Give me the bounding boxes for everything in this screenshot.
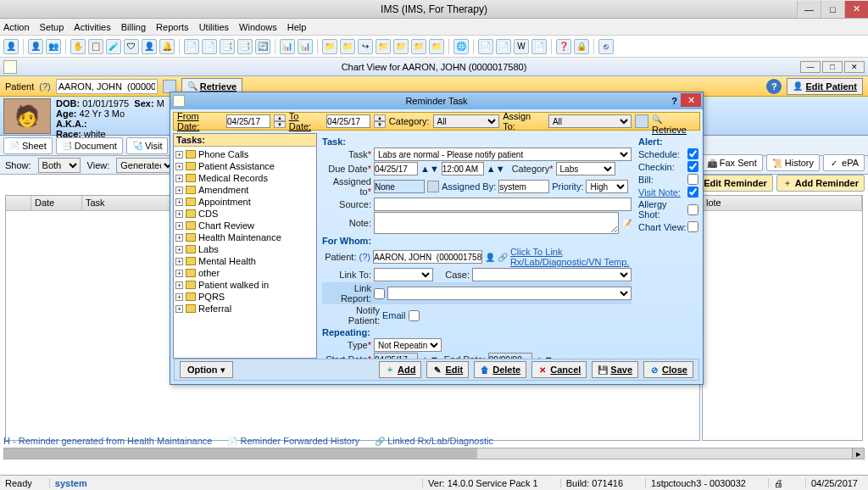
expand-icon[interactable]: +: [175, 222, 183, 230]
from-date-spinner[interactable]: ▲▼: [274, 114, 286, 128]
edit-button[interactable]: ✎Edit: [426, 361, 469, 378]
patient-input[interactable]: [56, 79, 158, 94]
case-select[interactable]: [472, 268, 632, 281]
menu-setup[interactable]: Setup: [40, 22, 64, 32]
tree-item[interactable]: +Referral: [175, 303, 314, 315]
tab-fax-sent[interactable]: 📠Fax Sent: [701, 154, 763, 171]
toolbar-icon[interactable]: 🔒: [574, 39, 589, 54]
note-input[interactable]: [374, 212, 619, 234]
alert-bill-check[interactable]: [687, 174, 698, 185]
email-check[interactable]: [409, 310, 420, 321]
alert-schedule-check[interactable]: [687, 148, 698, 159]
add-button[interactable]: ＋Add: [379, 361, 421, 378]
subwin-close[interactable]: ✕: [844, 61, 865, 73]
save-button[interactable]: 💾Save: [592, 361, 638, 378]
toolbar-icon[interactable]: 👤: [28, 39, 43, 54]
menu-activities[interactable]: Activities: [74, 22, 110, 32]
link-report-select[interactable]: [387, 287, 632, 300]
toolbar-icon[interactable]: 🧪: [106, 39, 121, 54]
toolbar-icon[interactable]: 📑: [237, 39, 253, 54]
task-tree[interactable]: +Phone Calls+Patient Assistance+Medical …: [174, 147, 316, 358]
minimize-button[interactable]: —: [797, 1, 821, 18]
link-report-check[interactable]: [374, 288, 385, 299]
fw-patient-input[interactable]: [373, 250, 482, 264]
tree-item[interactable]: +Amendment: [175, 184, 314, 196]
toolbar-icon[interactable]: 📄: [478, 39, 493, 54]
delete-button[interactable]: 🗑Delete: [474, 361, 526, 378]
toolbar-icon[interactable]: 📋: [88, 39, 103, 54]
tree-item[interactable]: +CDS: [175, 208, 314, 220]
expand-icon[interactable]: +: [175, 270, 183, 277]
alert-checkin-check[interactable]: [687, 161, 698, 172]
due-date-input[interactable]: [374, 162, 418, 175]
toolbar-icon[interactable]: 📁: [340, 39, 355, 54]
view-select[interactable]: Generated: [116, 158, 175, 173]
assigned-input[interactable]: [374, 180, 425, 193]
toolbar-icon[interactable]: 📁: [429, 39, 444, 54]
menu-help[interactable]: Help: [287, 22, 307, 32]
toolbar-icon[interactable]: ❓: [556, 39, 571, 54]
tree-item[interactable]: +Labs: [175, 243, 314, 255]
link-to-select[interactable]: [374, 268, 433, 281]
toolbar-icon[interactable]: ✋: [70, 39, 86, 54]
assigned-lookup-icon[interactable]: [427, 181, 439, 192]
toolbar-icon[interactable]: 🔄: [255, 39, 270, 54]
expand-icon[interactable]: +: [175, 175, 183, 182]
tree-item[interactable]: +PQRS: [175, 291, 314, 303]
priority-select[interactable]: High: [586, 180, 628, 193]
alert-visitnote-label[interactable]: Visit Note:: [638, 187, 681, 198]
toolbar-icon[interactable]: 🌐: [453, 39, 469, 54]
cancel-button[interactable]: ✕Cancel: [531, 361, 587, 378]
toolbar-icon[interactable]: W: [514, 39, 529, 54]
toolbar-icon[interactable]: 📄: [531, 39, 547, 54]
rep-type-select[interactable]: Not Repeating: [374, 338, 442, 352]
due-time-spinner[interactable]: ▲▼: [487, 164, 505, 174]
expand-icon[interactable]: +: [175, 163, 183, 170]
alert-allergy-check[interactable]: [687, 204, 698, 215]
to-date-input[interactable]: [326, 114, 370, 128]
toolbar-icon[interactable]: 📄: [496, 39, 511, 54]
toolbar-icon[interactable]: ⎋: [598, 39, 614, 54]
tree-item[interactable]: +Health Maintenance: [175, 231, 314, 243]
tab-epa[interactable]: ✓ePA: [823, 154, 865, 171]
note-expand-icon[interactable]: 📝: [621, 218, 632, 228]
toolbar-icon[interactable]: 📑: [220, 39, 235, 54]
subwin-min[interactable]: —: [800, 61, 821, 73]
tree-item[interactable]: +Mental Health: [175, 255, 314, 267]
toolbar-icon[interactable]: 📄: [202, 39, 217, 54]
toolbar-icon[interactable]: 📊: [280, 39, 295, 54]
menu-windows[interactable]: Windows: [239, 22, 277, 32]
link-linked-rx[interactable]: 🔗 Linked Rx/Lab/Diagnostic: [375, 436, 493, 447]
to-date-spinner[interactable]: ▲▼: [374, 114, 386, 128]
grid-col-date[interactable]: Date: [31, 196, 82, 210]
help-icon[interactable]: ?: [766, 79, 782, 94]
tab-visit[interactable]: 🩺Visit: [126, 137, 169, 154]
menu-reports[interactable]: Reports: [156, 22, 189, 32]
menu-utilities[interactable]: Utilities: [199, 22, 229, 32]
assigned-by-input[interactable]: [498, 180, 549, 193]
tree-item[interactable]: +Chart Review: [175, 220, 314, 231]
tree-item[interactable]: +Medical Records: [175, 172, 314, 184]
show-select[interactable]: Both: [38, 158, 81, 173]
expand-icon[interactable]: +: [175, 246, 183, 253]
expand-icon[interactable]: +: [175, 198, 183, 206]
alert-visitnote-check[interactable]: [687, 187, 698, 198]
close-dialog-button[interactable]: ⊘Close: [643, 361, 693, 378]
task-select[interactable]: Labs are normal - Please notify patient: [374, 148, 632, 161]
dialog-retrieve-button[interactable]: 🔍Retrieve: [652, 114, 696, 129]
due-time-input[interactable]: [442, 162, 484, 175]
rx-link[interactable]: Click To Link Rx/Lab/Diagnostic/VN Temp.: [510, 247, 632, 267]
tree-item[interactable]: +Phone Calls: [175, 148, 314, 160]
toolbar-icon[interactable]: 🛡: [124, 39, 139, 54]
toolbar-icon[interactable]: 👤: [3, 39, 19, 54]
expand-icon[interactable]: +: [175, 293, 183, 301]
toolbar-icon[interactable]: 📄: [184, 39, 199, 54]
toolbar-icon[interactable]: 📁: [393, 39, 409, 54]
alert-chartview-check[interactable]: [687, 221, 698, 232]
toolbar-icon[interactable]: 🔔: [159, 39, 175, 54]
close-button[interactable]: ✕: [844, 1, 868, 18]
tree-item[interactable]: +other: [175, 267, 314, 279]
patient-help[interactable]: (?): [39, 81, 50, 92]
option-button[interactable]: Option ▾: [180, 361, 233, 378]
toolbar-icon[interactable]: 📁: [411, 39, 426, 54]
